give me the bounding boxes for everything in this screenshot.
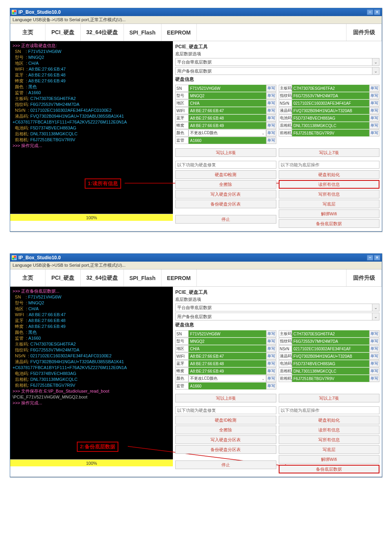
single-write-button[interactable]: 单写 [266, 360, 276, 367]
repair-btn-2[interactable]: 写入硬盘分区表 [175, 435, 276, 444]
single-write-button[interactable]: 单写 [266, 338, 276, 345]
field-value: FVQ7302B094H1NGAU+T320AB [292, 353, 370, 360]
single-write-button[interactable]: 单写 [369, 375, 379, 382]
lowlevel-btn-0[interactable]: 硬盘初始化 [279, 170, 380, 179]
write-8-button[interactable]: 写以上8项 [175, 394, 276, 402]
lowlevel-btn-4[interactable]: 解绑Wifi [279, 209, 380, 218]
single-write-button[interactable]: 单写 [266, 92, 276, 99]
close-button[interactable]: × [374, 9, 380, 15]
tab-eeprom[interactable]: EEPROM [162, 24, 197, 41]
single-write-button[interactable]: 单写 [369, 92, 379, 99]
platform-data-select[interactable]: 平台自带底层数据 [175, 58, 372, 66]
user-backup-select[interactable]: 用户备份底层数据 [175, 313, 372, 320]
field-label: SN [175, 85, 189, 92]
write-8-button[interactable]: 写以上8项 [175, 148, 276, 157]
close-button[interactable]: × [374, 255, 380, 260]
single-write-button[interactable]: 单写 [369, 85, 379, 92]
lowlevel-btn-5[interactable]: 备份底层数据 [279, 219, 380, 228]
single-write-button[interactable]: 单写 [369, 100, 379, 107]
lowlevel-btn-3[interactable]: 写底层 [279, 445, 380, 454]
write-7-button[interactable]: 写以上7项 [279, 394, 380, 402]
field-value[interactable]: 不更改LCD颜色 [189, 129, 266, 136]
field-label: 指纹码 [279, 92, 292, 99]
lowlevel-btn-1[interactable]: 读所有信息 [279, 180, 380, 189]
tab-home[interactable]: 主页 [10, 24, 45, 41]
tab-bits[interactable]: 32_64位硬盘 [81, 24, 124, 41]
repair-btn-1[interactable]: 全擦除 [175, 426, 276, 434]
field-label: 型号 [175, 92, 189, 99]
lowlevel-btn-4[interactable]: 解绑Wifi [279, 455, 380, 464]
field-label: 指纹码 [279, 338, 292, 345]
single-write-button[interactable]: 单写 [369, 353, 379, 360]
menu-bar[interactable]: Language USB设备->USB to Serial port,正常工作模… [10, 16, 382, 24]
single-write-button[interactable]: 单写 [266, 382, 276, 389]
menu-bar[interactable]: Language USB设备->USB to Serial port,正常工作模… [10, 262, 382, 269]
tab-firmware[interactable]: 固件升级 [347, 24, 382, 41]
field-value: A8:BE:27:66:EB:48 [189, 115, 266, 122]
chevron-down-icon[interactable]: ⌄ [372, 313, 379, 320]
repair-btn-0[interactable]: 硬盘ID检测 [175, 170, 276, 179]
single-write-button[interactable]: 单写 [266, 330, 276, 337]
chevron-down-icon[interactable]: ⌄ [372, 304, 379, 311]
lowlevel-btn-5[interactable]: 备份底层数据 [279, 465, 380, 473]
minimize-button[interactable]: – [367, 9, 373, 15]
single-write-button[interactable]: 单写 [266, 107, 276, 114]
single-write-button[interactable]: 单写 [266, 115, 276, 122]
main-tabs: 主页 PCI_硬盘 32_64位硬盘 SPI_Flash EEPROM 固件升级 [10, 269, 382, 287]
repair-btn-1[interactable]: 全擦除 [175, 180, 276, 189]
lowlevel-btn-3[interactable]: 写底层 [279, 200, 380, 208]
platform-data-select[interactable]: 平台自带底层数据 [175, 304, 372, 311]
lowlevel-btn-2[interactable]: 写所有信息 [279, 190, 380, 198]
tab-pci[interactable]: PCI_硬盘 [45, 269, 81, 286]
repair-btn-3[interactable]: 备份硬盘分区表 [175, 200, 276, 208]
tab-eeprom[interactable]: EEPROM [162, 269, 197, 286]
repair-btn-2[interactable]: 写入硬盘分区表 [175, 190, 276, 198]
minimize-button[interactable]: – [367, 255, 373, 260]
field-label: 电池码 [279, 115, 292, 122]
single-write-button[interactable]: 单写 [369, 107, 379, 114]
tab-spi[interactable]: SPI_Flash [124, 24, 162, 41]
repair-btn-4[interactable]: 停止 [175, 215, 276, 224]
lowlevel-btn-0[interactable]: 硬盘初始化 [279, 416, 380, 424]
single-write-button[interactable]: 单写 [266, 368, 276, 375]
chevron-down-icon[interactable]: ⌄ [372, 67, 379, 75]
field-label: SN [175, 330, 189, 337]
write-7-button[interactable]: 写以上7项 [279, 148, 380, 157]
single-write-button[interactable]: 单写 [369, 115, 379, 122]
repair-btn-0[interactable]: 硬盘ID检测 [175, 416, 276, 424]
single-write-button[interactable]: 单写 [266, 129, 276, 136]
field-value: C7H73070ESGH6TFA2 [292, 330, 370, 337]
field-value: C7H73070ESGH6TFA2 [292, 85, 370, 92]
single-write-button[interactable]: 单写 [266, 137, 276, 144]
single-write-button[interactable]: 单写 [266, 375, 276, 382]
single-write-button[interactable]: 单写 [266, 122, 276, 129]
repair-btn-3[interactable]: 备份硬盘分区表 [175, 445, 276, 454]
single-write-button[interactable]: 单写 [266, 100, 276, 107]
user-backup-select[interactable]: 用户备份底层数据 [175, 67, 372, 75]
window-1: IP_Box_Studio10.0 – × Language USB设备->US… [10, 8, 382, 232]
tab-spi[interactable]: SPI_Flash [124, 269, 162, 286]
field-value: A8:BE:27:66:EB:49 [189, 122, 266, 129]
chevron-down-icon[interactable]: ⌄ [372, 58, 379, 66]
single-write-button[interactable]: 单写 [266, 85, 276, 92]
field-label: 地区 [175, 345, 189, 352]
single-write-button[interactable]: 单写 [369, 129, 379, 136]
single-write-button[interactable]: 单写 [266, 345, 276, 352]
repair-btn-4[interactable]: 停止 [175, 460, 276, 469]
tab-pci[interactable]: PCI_硬盘 [45, 24, 81, 41]
single-write-button[interactable]: 单写 [369, 330, 379, 337]
single-write-button[interactable]: 单写 [266, 353, 276, 360]
single-write-button[interactable]: 单写 [369, 345, 379, 352]
single-write-button[interactable]: 单写 [369, 360, 379, 367]
single-write-button[interactable]: 单写 [369, 368, 379, 375]
field-value: F6G72553V7MH24M7DA [292, 92, 370, 99]
lowlevel-btn-1[interactable]: 读所有信息 [279, 426, 380, 434]
field-value: MNGQ2 [189, 338, 266, 345]
tab-bits[interactable]: 32_64位硬盘 [81, 269, 124, 286]
tab-firmware[interactable]: 固件升级 [347, 269, 382, 286]
field-value[interactable]: 不更改LCD颜色 [189, 375, 266, 382]
single-write-button[interactable]: 单写 [369, 122, 379, 129]
single-write-button[interactable]: 单写 [369, 338, 379, 345]
lowlevel-btn-2[interactable]: 写所有信息 [279, 435, 380, 444]
tab-home[interactable]: 主页 [10, 269, 45, 286]
